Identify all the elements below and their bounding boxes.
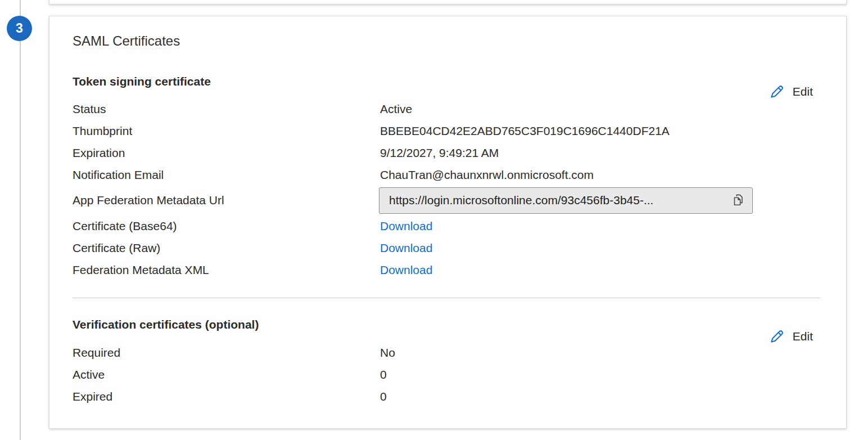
- field-label: Thumbprint: [73, 124, 380, 138]
- field-value: BBEBE04CD42E2ABD765C3F019C1696C1440DF21A: [380, 124, 670, 138]
- field-label: Expired: [73, 390, 380, 403]
- sso-configuration-page: 3 SAML Certificates Token signing certif…: [0, 0, 868, 440]
- download-link-raw[interactable]: Download: [380, 241, 432, 255]
- field-row-status: Status Active: [73, 98, 823, 120]
- field-label: App Federation Metadata Url: [73, 194, 380, 207]
- field-label: Certificate (Raw): [73, 241, 380, 255]
- copy-url-button[interactable]: [729, 190, 748, 210]
- field-value: 0: [380, 368, 387, 381]
- field-row-expired: Expired 0: [73, 385, 823, 407]
- metadata-url-field[interactable]: https://login.microsoftonline.com/93c456…: [379, 187, 753, 214]
- field-row-thumbprint: Thumbprint BBEBE04CD42E2ABD765C3F019C169…: [73, 120, 823, 142]
- field-value: ChauTran@chaunxnrwl.onmicrosoft.com: [380, 168, 594, 182]
- edit-button-label: Edit: [793, 85, 813, 98]
- download-row-base64: Certificate (Base64) Download: [73, 215, 823, 237]
- field-value: Active: [380, 102, 412, 116]
- field-label: Federation Metadata XML: [73, 263, 380, 277]
- field-value: 0: [380, 390, 387, 403]
- field-value: No: [380, 346, 395, 360]
- download-row-raw: Certificate (Raw) Download: [73, 237, 823, 259]
- download-link-base64[interactable]: Download: [380, 219, 432, 233]
- section-divider: [73, 298, 820, 298]
- verification-certificates-heading: Verification certificates (optional): [73, 318, 259, 331]
- field-label: Notification Email: [73, 168, 380, 182]
- previous-section-card-fragment: [49, 0, 847, 5]
- field-row-metadata-url: App Federation Metadata Url https://logi…: [73, 186, 823, 215]
- field-label: Status: [73, 102, 380, 116]
- field-value: 9/12/2027, 9:49:21 AM: [380, 146, 499, 160]
- step-number: 3: [16, 21, 23, 36]
- field-row-notification-email: Notification Email ChauTran@chaunxnrwl.o…: [73, 164, 823, 186]
- download-row-federation-xml: Federation Metadata XML Download: [73, 259, 823, 281]
- field-label: Required: [73, 346, 380, 360]
- metadata-url-value: https://login.microsoftonline.com/93c456…: [389, 194, 729, 207]
- token-signing-heading: Token signing certificate: [73, 75, 211, 88]
- saml-certificates-card: SAML Certificates Token signing certific…: [49, 16, 847, 429]
- token-signing-fields: Status Active Thumbprint BBEBE04CD42E2AB…: [73, 98, 823, 281]
- timeline-connector: [20, 0, 21, 440]
- panel-title: SAML Certificates: [73, 33, 180, 49]
- step-badge: 3: [7, 16, 32, 41]
- field-row-required: Required No: [73, 342, 823, 363]
- field-row-expiration: Expiration 9/12/2027, 9:49:21 AM: [73, 142, 823, 164]
- download-link-federation-xml[interactable]: Download: [380, 263, 432, 277]
- copy-icon: [731, 192, 745, 209]
- field-label: Active: [73, 368, 380, 381]
- verification-fields: Required No Active 0 Expired 0: [73, 342, 823, 407]
- field-row-active: Active 0: [73, 363, 823, 385]
- field-label: Certificate (Base64): [73, 219, 380, 233]
- field-label: Expiration: [73, 146, 380, 160]
